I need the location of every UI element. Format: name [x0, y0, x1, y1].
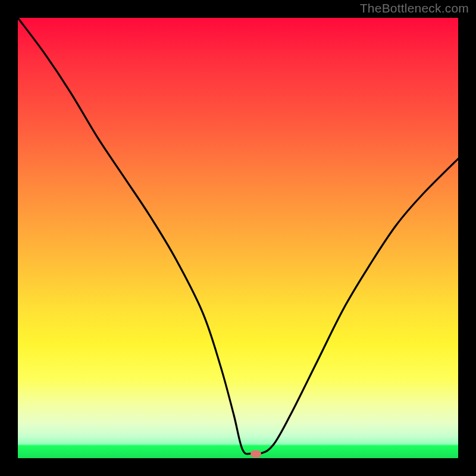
- plot-area: [18, 18, 458, 458]
- optimum-marker: [250, 450, 261, 458]
- watermark-text: TheBottleneck.com: [360, 1, 469, 15]
- chart-frame: TheBottleneck.com: [0, 0, 476, 476]
- bottleneck-curve: [18, 18, 458, 458]
